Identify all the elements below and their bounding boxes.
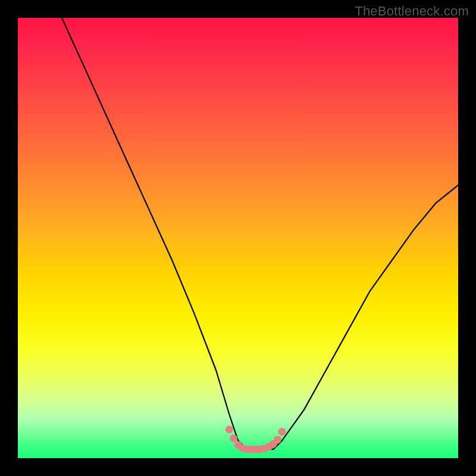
marker-dot: [226, 425, 233, 433]
plot-area: [18, 18, 458, 458]
watermark-text: TheBottleneck.com: [355, 4, 469, 19]
marker-dot: [230, 434, 237, 442]
curve-overlay: [18, 18, 458, 458]
chart-frame: TheBottleneck.com: [0, 0, 476, 476]
bottleneck-curve: [62, 18, 458, 449]
marker-dot: [278, 428, 286, 436]
marker-dot: [274, 436, 281, 443]
